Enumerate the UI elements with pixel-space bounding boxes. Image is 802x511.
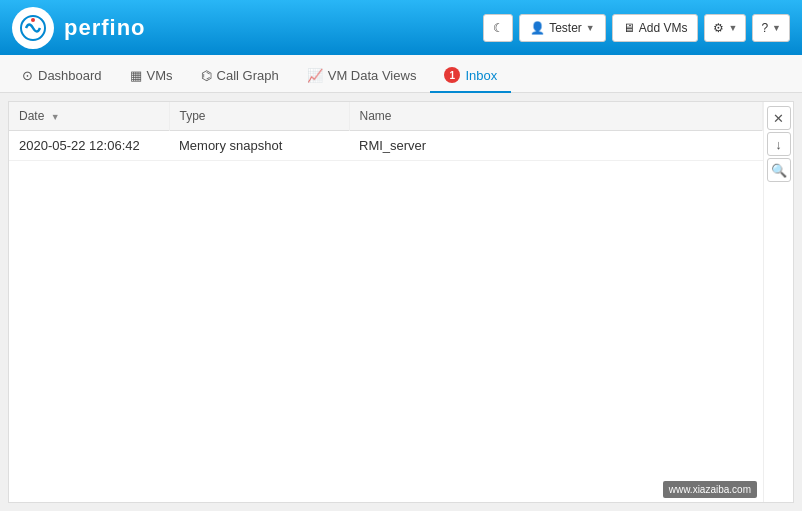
- nav-item-call-graph[interactable]: ⌬ Call Graph: [187, 60, 293, 93]
- col-header-name: Name: [349, 102, 763, 131]
- col-header-type: Type: [169, 102, 349, 131]
- header: perfino ☾ 👤 Tester ▼ 🖥 Add VMs ⚙ ▼ ? ▼: [0, 0, 802, 55]
- nav-item-vm-data-views[interactable]: 📈 VM Data Views: [293, 60, 431, 93]
- nav-item-inbox[interactable]: 1 Inbox: [430, 59, 511, 93]
- search-icon: 🔍: [771, 163, 787, 178]
- action-buttons-panel: ✕ ↓ 🔍: [763, 102, 793, 502]
- add-vms-label: Add VMs: [639, 21, 688, 35]
- cell-name: RMI_server: [349, 131, 763, 161]
- user-label: Tester: [549, 21, 582, 35]
- col-label-name: Name: [360, 109, 392, 123]
- logo-icon: [12, 7, 54, 49]
- help-chevron-icon: ▼: [772, 23, 781, 33]
- dashboard-icon: ⊙: [22, 68, 33, 83]
- nav-label-call-graph: Call Graph: [217, 68, 279, 83]
- nav-item-vms[interactable]: ▦ VMs: [116, 60, 187, 93]
- svg-point-1: [31, 18, 35, 22]
- main-content: Date ▼ Type Name 2020-05-22 12:06:42: [8, 101, 794, 503]
- user-button[interactable]: 👤 Tester ▼: [519, 14, 606, 42]
- settings-button[interactable]: ⚙ ▼: [704, 14, 746, 42]
- call-graph-icon: ⌬: [201, 68, 212, 83]
- user-chevron-icon: ▼: [586, 23, 595, 33]
- col-label-date: Date: [19, 109, 44, 123]
- add-vms-button[interactable]: 🖥 Add VMs: [612, 14, 699, 42]
- help-icon: ?: [761, 21, 768, 35]
- header-left: perfino: [12, 7, 146, 49]
- cell-date: 2020-05-22 12:06:42: [9, 131, 169, 161]
- sort-arrow-icon: ▼: [51, 112, 60, 122]
- cell-type: Memory snapshot: [169, 131, 349, 161]
- download-icon: ↓: [775, 137, 782, 152]
- table-row[interactable]: 2020-05-22 12:06:42 Memory snapshot RMI_…: [9, 131, 763, 161]
- theme-icon: ☾: [493, 21, 504, 35]
- inbox-table: Date ▼ Type Name 2020-05-22 12:06:42: [9, 102, 763, 161]
- settings-chevron-icon: ▼: [728, 23, 737, 33]
- table-header-row: Date ▼ Type Name: [9, 102, 763, 131]
- vm-data-views-icon: 📈: [307, 68, 323, 83]
- nav-label-dashboard: Dashboard: [38, 68, 102, 83]
- header-right: ☾ 👤 Tester ▼ 🖥 Add VMs ⚙ ▼ ? ▼: [483, 14, 790, 42]
- navbar: ⊙ Dashboard ▦ VMs ⌬ Call Graph 📈 VM Data…: [0, 55, 802, 93]
- nav-label-vms: VMs: [147, 68, 173, 83]
- close-icon: ✕: [773, 111, 784, 126]
- col-label-type: Type: [180, 109, 206, 123]
- col-header-date[interactable]: Date ▼: [9, 102, 169, 131]
- app-container: perfino ☾ 👤 Tester ▼ 🖥 Add VMs ⚙ ▼ ? ▼: [0, 0, 802, 503]
- logo-text: perfino: [64, 15, 146, 41]
- nav-label-vm-data-views: VM Data Views: [328, 68, 417, 83]
- download-button[interactable]: ↓: [767, 132, 791, 156]
- add-vms-icon: 🖥: [623, 21, 635, 35]
- nav-item-dashboard[interactable]: ⊙ Dashboard: [8, 60, 116, 93]
- settings-icon: ⚙: [713, 21, 724, 35]
- search-button[interactable]: 🔍: [767, 158, 791, 182]
- close-button[interactable]: ✕: [767, 106, 791, 130]
- vms-icon: ▦: [130, 68, 142, 83]
- theme-button[interactable]: ☾: [483, 14, 513, 42]
- user-icon: 👤: [530, 21, 545, 35]
- table-container: Date ▼ Type Name 2020-05-22 12:06:42: [9, 102, 763, 502]
- help-button[interactable]: ? ▼: [752, 14, 790, 42]
- nav-label-inbox: Inbox: [465, 68, 497, 83]
- inbox-badge: 1: [444, 67, 460, 83]
